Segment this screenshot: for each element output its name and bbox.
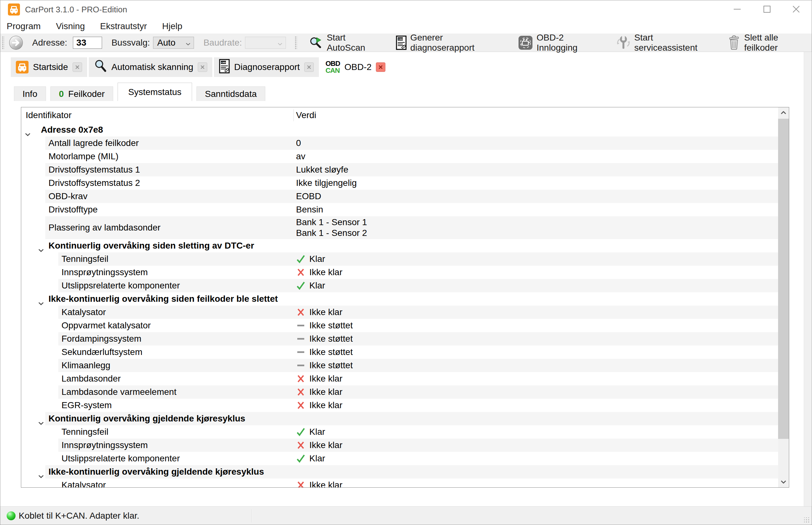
table-row[interactable]: Ikke-kontinuerlig overvåking siden feilk… xyxy=(21,292,778,305)
clear-all-dtc-button[interactable]: Slett alle feilkoder xyxy=(728,33,812,53)
table-row[interactable]: FordampingssystemIkke støttet xyxy=(21,332,778,345)
table-row[interactable]: Motorlampe (MIL)av xyxy=(21,150,778,163)
wrench-icon xyxy=(617,35,630,50)
row-label: Sekundærluftsystem xyxy=(61,345,142,359)
connection-status-green-icon xyxy=(7,511,16,520)
tab-startside[interactable]: Startside xyxy=(11,57,87,77)
table-row[interactable]: Drivstoffsystemstatus 1Lukket sløyfe xyxy=(21,163,778,176)
menu-visning[interactable]: Visning xyxy=(55,21,85,31)
adresse-label: Adresse: xyxy=(32,38,68,48)
table-row[interactable]: LambdasonderIkke klar xyxy=(21,372,778,385)
baudrate-label: Baudrate: xyxy=(203,38,242,48)
table-row[interactable]: KatalysatorIkke klar xyxy=(21,478,778,487)
scroll-up-icon[interactable] xyxy=(778,107,789,118)
bussvalg-label: Bussvalg: xyxy=(112,38,150,48)
obd2-login-button[interactable]: OBD-2 Innlogging xyxy=(518,33,605,53)
menu-hjelp[interactable]: Hjelp xyxy=(162,21,183,31)
column-header-identifier[interactable]: Identifikator xyxy=(26,107,72,123)
tab-close-icon[interactable] xyxy=(73,62,82,72)
table-row[interactable]: Lambdasonde varmeelementIkke klar xyxy=(21,385,778,399)
row-value: Ikke klar xyxy=(296,399,342,412)
subtab-label: Systemstatus xyxy=(128,87,181,97)
subtab-feilkoder[interactable]: 0 Feilkoder xyxy=(50,87,114,101)
table-row[interactable]: Adresse 0x7e8 xyxy=(21,123,778,136)
row-label: Fordampingssystem xyxy=(61,332,141,345)
toolbar-grip-handle[interactable] xyxy=(2,36,4,49)
table-row[interactable]: DrivstofftypeBensin xyxy=(21,203,778,216)
minimize-button[interactable] xyxy=(726,2,748,16)
menu-ekstrautstyr[interactable]: Ekstrautstyr xyxy=(100,21,148,31)
table-row[interactable]: SekundærluftsystemIkke støttet xyxy=(21,345,778,359)
table-row[interactable]: KlimaanleggIkke støttet xyxy=(21,359,778,372)
row-value: Klar xyxy=(296,252,325,266)
scrollbar-thumb[interactable] xyxy=(778,119,789,439)
tab-automatisk-skanning[interactable]: Automatisk skanning xyxy=(89,57,212,77)
row-value: Ikke tilgjengelig xyxy=(296,176,357,190)
table-row[interactable]: TenningsfeilKlar xyxy=(21,425,778,438)
start-autoscan-button[interactable]: Start AutoScan xyxy=(309,33,384,53)
table-row[interactable]: Drivstoffsystemstatus 2Ikke tilgjengelig xyxy=(21,176,778,190)
table-row[interactable]: TenningsfeilKlar xyxy=(21,252,778,266)
table-row[interactable]: Antall lagrede feilkoder0 xyxy=(21,136,778,150)
close-button[interactable] xyxy=(785,2,807,16)
row-value: Bensin xyxy=(296,203,323,216)
connect-arrow-button[interactable] xyxy=(9,36,23,50)
menu-program[interactable]: Program xyxy=(6,21,41,31)
row-label: Drivstoffsystemstatus 2 xyxy=(48,176,140,190)
row-alt-background xyxy=(45,136,778,150)
row-label: Ikke-kontinuerlig overvåking gjeldende k… xyxy=(48,465,264,478)
right-gutter xyxy=(804,52,811,506)
subtab-sanntidsdata[interactable]: Sanntidsdata xyxy=(197,87,265,101)
tab-close-icon[interactable] xyxy=(304,62,314,72)
resize-grip[interactable] xyxy=(804,518,810,523)
autoscan-icon xyxy=(309,36,323,50)
table-header: Identifikator Verdi xyxy=(21,107,789,123)
status-ok-icon xyxy=(296,281,306,290)
table-row[interactable]: InnsprøytningssystemIkke klar xyxy=(21,266,778,279)
maximize-button[interactable] xyxy=(756,2,778,16)
scroll-down-icon[interactable] xyxy=(778,477,789,487)
table-row[interactable]: InnsprøytningssystemIkke klar xyxy=(21,438,778,452)
row-value: Bank 1 - Sensor 1Bank 1 - Sensor 2 xyxy=(296,216,367,239)
tab-close-icon[interactable] xyxy=(376,62,386,72)
chevron-down-icon xyxy=(278,38,282,48)
row-label: Ikke-kontinuerlig overvåking siden feilk… xyxy=(48,292,278,305)
table-row[interactable]: Oppvarmet katalysatorIkke støttet xyxy=(21,319,778,332)
table-row[interactable]: Utslippsrelaterte komponenterKlar xyxy=(21,279,778,292)
title-bar: CarPort 3.1.0 - PRO-Edition xyxy=(0,0,812,19)
row-label: EGR-system xyxy=(61,399,112,412)
table-row[interactable]: Kontinuerlig overvåking siden sletting a… xyxy=(21,239,778,252)
generate-report-button[interactable]: OBD Generer diagnoserapport xyxy=(396,33,506,53)
row-alt-background xyxy=(58,359,778,372)
row-alt-background xyxy=(58,305,778,319)
row-label: Utslippsrelaterte komponenter xyxy=(61,452,180,465)
row-label: Tenningsfeil xyxy=(61,252,108,266)
status-fail-icon xyxy=(296,268,306,276)
status-fail-icon xyxy=(296,308,306,316)
subtab-systemstatus[interactable]: Systemstatus xyxy=(118,82,192,101)
status-fail-icon xyxy=(296,481,306,487)
table-row[interactable]: Utslippsrelaterte komponenterKlar xyxy=(21,452,778,465)
status-fail-icon xyxy=(296,401,306,409)
table-row[interactable]: EGR-systemIkke klar xyxy=(21,399,778,412)
tab-obd2[interactable]: OBD CAN OBD-2 xyxy=(320,57,390,77)
table-row[interactable]: OBD-kravEOBD xyxy=(21,190,778,203)
tab-diagnoserapport[interactable]: OBD Diagnoserapport xyxy=(214,57,319,77)
column-divider[interactable] xyxy=(293,109,294,121)
subtab-info[interactable]: Info xyxy=(14,87,46,101)
system-status-table: Identifikator Verdi Adresse 0x7e8Antall … xyxy=(21,107,789,487)
status-ok-icon xyxy=(296,454,306,463)
bussvalg-select[interactable]: Auto xyxy=(153,37,194,49)
toolbar: Adresse: 33 Bussvalg: Auto Baudrate: xyxy=(0,33,812,52)
adresse-input[interactable]: 33 xyxy=(73,37,102,49)
column-header-value[interactable]: Verdi xyxy=(296,107,316,123)
vertical-scrollbar[interactable] xyxy=(778,107,789,487)
table-row[interactable]: Plassering av lambdasonderBank 1 - Senso… xyxy=(21,216,778,239)
start-service-assistant-button[interactable]: Start serviceassistent xyxy=(617,33,716,53)
tab-close-icon[interactable] xyxy=(198,62,207,72)
table-row[interactable]: KatalysatorIkke klar xyxy=(21,305,778,319)
table-row[interactable]: Ikke-kontinuerlig overvåking gjeldende k… xyxy=(21,465,778,478)
table-row[interactable]: Kontinuerlig overvåking gjeldende kjøres… xyxy=(21,412,778,425)
row-value: Ikke støttet xyxy=(296,345,353,359)
obd-can-icon: OBD CAN xyxy=(325,60,340,74)
